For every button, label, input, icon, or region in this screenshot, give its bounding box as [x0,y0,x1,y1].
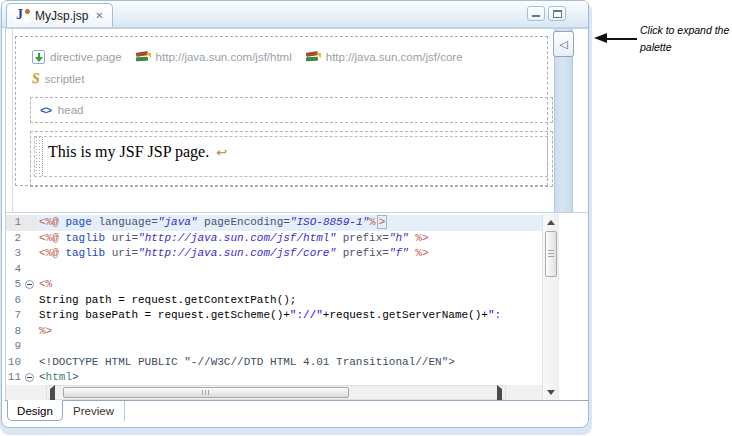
design-paragraph-outline[interactable]: This is my JSF JSP page.↩ [34,136,548,177]
fold-margin [21,339,37,355]
code-line[interactable]: 6String path = request.getContextPath(); [6,293,542,309]
fold-margin [21,293,37,309]
line-gutter[interactable]: 1 [6,215,37,231]
line-number: 4 [6,262,21,278]
line-number: 11 [6,370,21,386]
scrollbar-corner-left [6,385,46,400]
source-pane: 1<%@ page language="java" pageEncoding="… [6,214,588,401]
annotation-line-2: palette [640,39,729,56]
code-line[interactable]: 5<% [6,277,542,293]
design-body-element[interactable]: This is my JSF JSP page.↩ [30,131,553,187]
code-line[interactable]: 2<%@ taglib uri="http://java.sun.com/jsf… [6,231,542,247]
horizontal-scrollbar-thumb[interactable] [63,387,349,398]
margin-indicator [35,137,43,176]
code-text[interactable]: <%@ taglib uri="http://java.sun.com/jsf/… [37,231,542,247]
line-gutter[interactable]: 10 [6,355,37,371]
fold-margin [21,246,37,262]
page-tab-bar: DesignPreview [5,400,589,423]
line-gutter[interactable]: 2 [6,231,37,247]
design-head-element[interactable]: <> head [30,97,553,123]
design-item-label: directive.page [50,51,122,63]
line-gutter[interactable]: 4 [6,262,37,278]
code-line[interactable]: 4 [6,262,542,278]
line-gutter[interactable]: 9 [6,339,37,355]
code-text[interactable]: <html> [37,370,542,386]
vertical-scrollbar[interactable] [542,214,559,400]
code-text[interactable]: <%@ taglib uri="http://java.sun.com/jsf/… [37,246,542,262]
minimize-icon [532,15,540,17]
design-item-label: scriptlet [45,73,85,85]
design-directives-row: directive.pagehttp://java.sun.com/jsf/ht… [32,49,463,64]
design-item-scriptlet[interactable]: Sscriptlet [32,72,84,86]
code-line[interactable]: 7String basePath = request.getScheme()+"… [6,308,542,324]
line-number: 7 [6,308,21,324]
fold-margin [21,370,37,386]
maximize-icon [553,10,562,18]
code-line[interactable]: 8%> [6,324,542,340]
code-line[interactable]: 9 [6,339,542,355]
scroll-up-button[interactable] [543,216,559,228]
fold-margin [21,215,37,231]
body-text[interactable]: This is my JSF JSP page.↩ [48,143,227,161]
maximize-button[interactable] [548,6,566,21]
line-gutter[interactable]: 6 [6,293,37,309]
taglib-icon [136,50,151,64]
collapse-icon[interactable] [25,373,34,382]
design-pane[interactable]: directive.pagehttp://java.sun.com/jsf/ht… [6,29,588,212]
page-tab-preview[interactable]: Preview [63,401,125,421]
design-item-directive-page[interactable]: directive.page [32,50,122,64]
code-text[interactable]: <%@ page language="java" pageEncoding="I… [37,215,542,231]
line-gutter[interactable]: 3 [6,246,37,262]
tab-myjsp[interactable]: J MyJsp.jsp ✕ [6,3,113,27]
up-arrow-icon [547,220,555,225]
editor-window: J MyJsp.jsp ✕ directive.pagehttp://java.… [1,0,589,428]
code-text[interactable] [37,339,542,355]
horizontal-scrollbar[interactable] [46,385,506,400]
screenshot-stage: J MyJsp.jsp ✕ directive.pagehttp://java.… [0,0,732,436]
design-page-outline[interactable]: directive.pagehttp://java.sun.com/jsf/ht… [15,36,548,186]
minimize-button[interactable] [527,6,545,21]
chevron-left-icon: ◁ [559,38,567,51]
right-arrow-icon [497,385,502,401]
code-text[interactable]: <% [37,277,542,293]
code-line[interactable]: 3<%@ taglib uri="http://java.sun.com/jsf… [6,246,542,262]
annotation-text: Click to expand the palette [640,22,729,56]
line-gutter[interactable]: 5 [6,277,37,293]
line-gutter[interactable]: 8 [6,324,37,340]
code-text[interactable]: <!DOCTYPE HTML PUBLIC "-//W3C//DTD HTML … [37,355,542,371]
line-gutter[interactable]: 7 [6,308,37,324]
design-item-http-java-sun-com-jsf-core[interactable]: http://java.sun.com/jsf/core [306,50,463,64]
fold-margin [21,324,37,340]
code-text[interactable]: String path = request.getContextPath(); [37,293,542,309]
scroll-down-button[interactable] [543,386,559,398]
line-number: 8 [6,324,21,340]
line-break-icon: ↩ [216,145,227,160]
editor-content: directive.pagehttp://java.sun.com/jsf/ht… [5,28,589,402]
code-line[interactable]: 1<%@ page language="java" pageEncoding="… [6,215,542,231]
code-text[interactable] [37,262,542,278]
collapse-icon[interactable] [25,280,34,289]
vertical-scrollbar-thumb[interactable] [545,231,557,277]
line-number: 2 [6,231,21,247]
annotation-arrow-line [606,38,637,40]
line-number: 9 [6,339,21,355]
jsp-file-icon: J [15,8,30,23]
palette-expand-button[interactable]: ◁ [553,31,574,57]
line-number: 3 [6,246,21,262]
design-item-label: http://java.sun.com/jsf/html [156,51,292,63]
page-tab-design[interactable]: Design [7,400,63,421]
code-text[interactable]: %> [37,324,542,340]
code-line[interactable]: 10<!DOCTYPE HTML PUBLIC "-//W3C//DTD HTM… [6,355,542,371]
close-icon[interactable]: ✕ [95,11,103,21]
taglib-icon [306,50,321,64]
line-number: 6 [6,293,21,309]
code-line[interactable]: 11<html> [6,370,542,386]
code-text[interactable]: String basePath = request.getScheme()+":… [37,308,542,324]
fold-margin [21,231,37,247]
page-directive-icon [32,50,45,64]
line-gutter[interactable]: 11 [6,370,37,386]
down-arrow-icon [547,390,555,395]
design-item-http-java-sun-com-jsf-html[interactable]: http://java.sun.com/jsf/html [136,50,292,64]
design-item-label: http://java.sun.com/jsf/core [326,51,463,63]
source-editor[interactable]: 1<%@ page language="java" pageEncoding="… [6,215,542,386]
